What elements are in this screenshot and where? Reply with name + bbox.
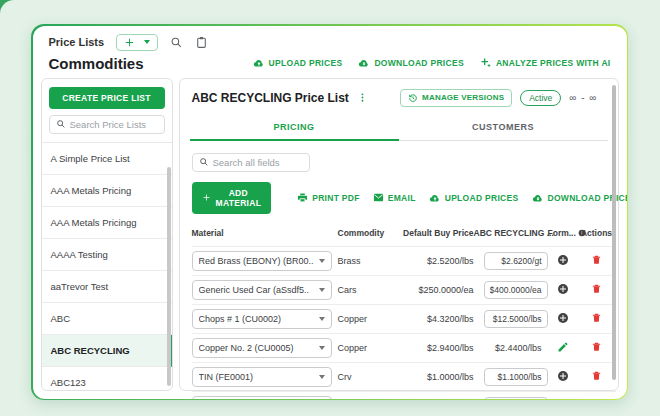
delete-row-icon[interactable]: [578, 308, 616, 329]
commodity-cell: Brass: [338, 252, 398, 270]
col-header-commodity: Commodity: [338, 222, 398, 246]
sidebar-item-a-simple-price-list[interactable]: A Simple Price List: [42, 143, 172, 175]
download-prices-button[interactable]: DOWNLOAD PRICES: [358, 57, 464, 69]
material-select[interactable]: Chops # 1 (CU0002): [192, 309, 332, 329]
delete-row-icon[interactable]: [578, 366, 616, 387]
commodity-cell: Ferrous: [338, 397, 398, 399]
edit-formula-icon[interactable]: [548, 337, 578, 359]
table-row: Chops # 1 (CU0002): [192, 305, 338, 333]
kebab-menu-icon[interactable]: [357, 92, 368, 103]
commodity-cell: Copper: [338, 339, 398, 357]
print-pdf-label: PRINT PDF: [312, 193, 360, 203]
create-price-list-button[interactable]: CREATE PRICE LIST: [49, 87, 165, 109]
add-formula-icon[interactable]: [548, 366, 578, 388]
add-formula-icon[interactable]: [548, 279, 578, 301]
upload-prices-table-button[interactable]: UPLOAD PRICES: [429, 192, 519, 204]
add-price-list-button[interactable]: [116, 34, 158, 51]
material-select[interactable]: Generic Used Car (aSsdf5..: [192, 280, 332, 300]
add-material-button[interactable]: ADD MATERIAL: [192, 182, 272, 214]
price-lists-sidebar: CREATE PRICE LIST A Simple Price List AA…: [41, 78, 173, 391]
list-price-input[interactable]: [484, 397, 548, 399]
col-header-material: Material: [192, 222, 338, 246]
price-list-header: ABC RECYCLING Price List MANAGE VERSIONS…: [190, 87, 608, 115]
col-header-actions: Actions: [578, 222, 616, 246]
date-range: ∞ - ∞: [569, 92, 597, 103]
price-lists-search-input[interactable]: [70, 119, 158, 130]
sidebar-item-abc-recycling[interactable]: ABC RECYCLING: [42, 335, 172, 367]
sidebar-item-abc[interactable]: ABC: [42, 303, 172, 335]
default-price-cell: $2.9400/lbs: [398, 339, 474, 357]
main-scrollbar[interactable]: [612, 85, 616, 380]
manage-versions-button[interactable]: MANAGE VERSIONS: [400, 89, 512, 107]
search-icon[interactable]: [170, 36, 183, 49]
clipboard-icon[interactable]: [195, 36, 208, 49]
tab-customers[interactable]: CUSTOMERS: [399, 115, 608, 141]
list-price-input[interactable]: [484, 281, 548, 299]
sidebar-scrollbar[interactable]: [167, 167, 171, 386]
delete-row-icon[interactable]: [578, 250, 616, 271]
price-lists-list: A Simple Price List AAA Metals Pricing A…: [42, 142, 172, 390]
cloud-upload-icon: [429, 192, 441, 204]
manage-versions-label: MANAGE VERSIONS: [422, 93, 504, 102]
caret-down-icon: [144, 40, 150, 44]
tabs: PRICING CUSTOMERS: [190, 115, 608, 141]
commodity-cell: Cars: [338, 281, 398, 299]
sidebar-search-box: [49, 115, 165, 134]
upload-prices-button[interactable]: UPLOAD PRICES: [253, 57, 343, 69]
email-button[interactable]: EMAIL: [373, 192, 416, 203]
material-select[interactable]: Copper No. 2 (CU0005): [192, 338, 332, 358]
add-formula-icon[interactable]: [548, 308, 578, 330]
default-price-cell: $1.0000/lbs: [398, 368, 474, 386]
delete-row-icon[interactable]: [578, 395, 616, 399]
add-formula-icon[interactable]: [548, 395, 578, 399]
materials-table: Material Commodity Default Buy Price ABC…: [190, 222, 608, 399]
delete-row-icon[interactable]: [578, 337, 616, 358]
analyze-prices-ai-label: ANALYZE PRICES WITH AI: [496, 58, 611, 68]
search-icon: [199, 157, 209, 167]
default-price-cell: $4.3200/lbs: [398, 310, 474, 328]
material-select[interactable]: Red Brass (EBONY) (BR00..: [192, 251, 332, 271]
cloud-upload-icon: [253, 57, 265, 69]
sidebar-item-aatrevor-test[interactable]: aaTrevor Test: [42, 271, 172, 303]
status-badge: Active: [520, 90, 561, 106]
page-header: Commodities UPLOAD PRICES DOWNLOAD PRICE…: [33, 53, 627, 78]
print-pdf-button[interactable]: PRINT PDF: [297, 192, 360, 203]
sidebar-item-abc123[interactable]: ABC123: [42, 367, 172, 390]
caret-down-icon: [319, 288, 325, 292]
commodity-cell: Copper: [338, 310, 398, 328]
envelope-icon: [373, 192, 384, 203]
search-all-fields-input[interactable]: [213, 157, 303, 168]
upload-prices-label: UPLOAD PRICES: [269, 58, 343, 68]
tab-pricing[interactable]: PRICING: [190, 115, 399, 141]
col-header-formula: Form...: [548, 222, 578, 246]
material-select[interactable]: BENDY LEAD (BENDY): [192, 396, 332, 399]
col-header-default-buy-price: Default Buy Price: [398, 222, 474, 246]
price-list-panel: ABC RECYCLING Price List MANAGE VERSIONS…: [179, 78, 619, 391]
cloud-download-icon: [532, 192, 544, 204]
analyze-prices-ai-button[interactable]: ANALYZE PRICES WITH AI: [480, 57, 611, 69]
price-list-title: ABC RECYCLING Price List: [192, 91, 349, 105]
caret-down-icon: [319, 317, 325, 321]
list-price-input[interactable]: [484, 368, 548, 386]
sidebar-item-aaa-metals-pricingg[interactable]: AAA Metals Pricingg: [42, 207, 172, 239]
list-price-input[interactable]: [484, 252, 548, 270]
sidebar-item-aaaa-testing[interactable]: AAAA Testing: [42, 239, 172, 271]
plus-icon: [124, 37, 135, 48]
col-header-list-price: ABC RECYCLING ...: [474, 222, 548, 246]
search-icon: [56, 119, 66, 129]
table-row: BENDY LEAD (BENDY): [192, 392, 338, 399]
plus-icon: [202, 193, 211, 202]
material-select[interactable]: TIN (FE0001): [192, 367, 332, 387]
ai-sparkle-icon: [480, 57, 492, 69]
table-search-box: [192, 153, 310, 172]
table-row: Generic Used Car (aSsdf5..: [192, 276, 338, 304]
delete-row-icon[interactable]: [578, 279, 616, 300]
email-label: EMAIL: [388, 193, 416, 203]
sidebar-item-aaa-metals-pricing[interactable]: AAA Metals Pricing: [42, 175, 172, 207]
caret-down-icon: [319, 346, 325, 350]
history-icon: [408, 93, 418, 103]
list-price-input[interactable]: [484, 310, 548, 328]
default-price-cell: $2.5200/lbs: [398, 252, 474, 270]
printer-icon: [297, 192, 308, 203]
add-formula-icon[interactable]: [548, 250, 578, 272]
